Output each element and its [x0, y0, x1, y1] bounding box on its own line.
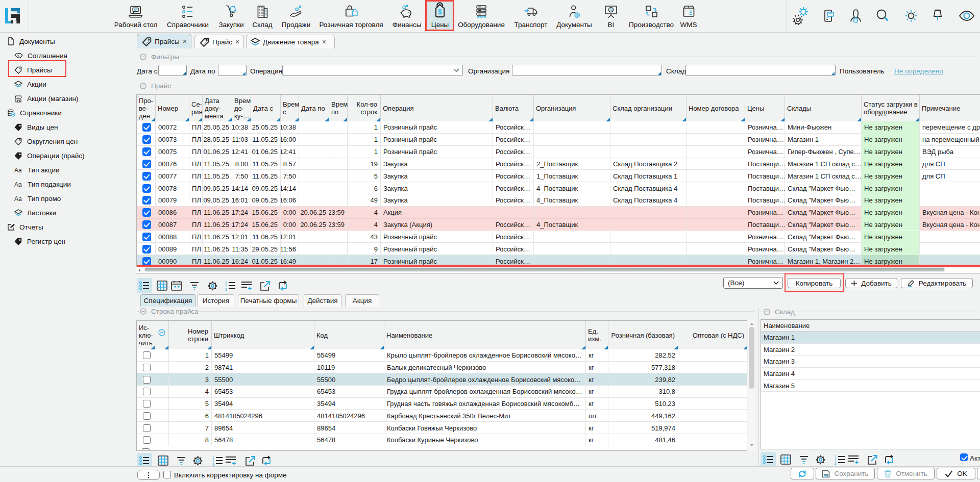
svg-text:Aa: Aa [14, 167, 22, 173]
svg-text:2: 2 [835, 458, 837, 462]
svg-text:$: $ [438, 8, 442, 16]
svg-text:Aa: Aa [14, 195, 22, 202]
svg-text:1: 1 [212, 455, 214, 459]
svg-text:1: 1 [225, 281, 227, 284]
svg-text:3: 3 [835, 462, 837, 465]
svg-text:3: 3 [212, 463, 214, 466]
svg-text:3: 3 [225, 288, 227, 291]
svg-text:2: 2 [225, 284, 227, 288]
svg-text:2: 2 [212, 459, 214, 463]
svg-text:1: 1 [835, 454, 837, 458]
svg-text:Aa: Aa [14, 181, 22, 188]
